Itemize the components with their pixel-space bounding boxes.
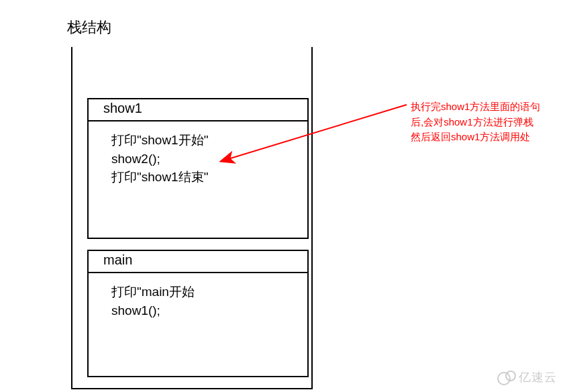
annotation-line: 后,会对show1方法进行弹栈 [411,115,552,130]
watermark: 亿速云 [497,369,557,385]
frame-body: 打印"main开始 show1(); [89,273,307,320]
annotation-text: 执行完show1方法里面的语句 后,会对show1方法进行弹栈 然后返回show… [411,99,552,145]
diagram-title: 栈结构 [67,17,111,38]
cloud-icon [497,371,515,384]
code-line: show1(); [111,301,307,320]
frame-name: main [89,251,307,273]
annotation-line: 执行完show1方法里面的语句 [411,99,552,115]
watermark-text: 亿速云 [519,369,557,385]
stack-frame-main: main 打印"main开始 show1(); [87,250,309,377]
code-line: 打印"main开始 [111,283,307,301]
frame-body: 打印"show1开始" show2(); 打印"show1结束" [89,121,307,187]
stack-frame-show1: show1 打印"show1开始" show2(); 打印"show1结束" [87,98,309,239]
code-line: show2(); [111,150,307,168]
frame-name: show1 [89,99,307,121]
code-line: 打印"show1开始" [111,131,307,150]
annotation-line: 然后返回show1方法调用处 [411,130,552,145]
code-line: 打印"show1结束" [111,168,307,187]
